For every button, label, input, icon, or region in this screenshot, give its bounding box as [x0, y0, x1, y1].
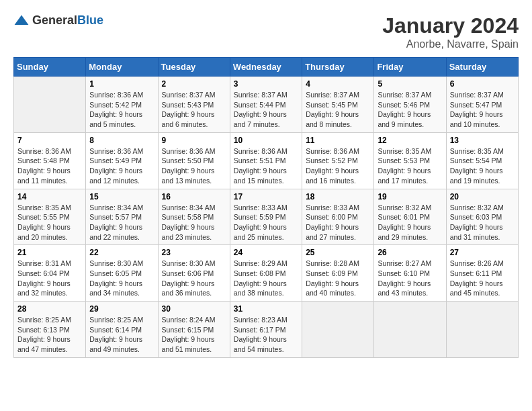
svg-marker-0: [15, 15, 29, 24]
day-info: Sunrise: 8:36 AMSunset: 5:50 PMDaylight:…: [162, 146, 226, 186]
day-number: 15: [89, 192, 154, 201]
calendar-cell: 1Sunrise: 8:36 AMSunset: 5:42 PMDaylight…: [86, 77, 158, 133]
day-info: Sunrise: 8:25 AMSunset: 6:13 PMDaylight:…: [17, 315, 82, 355]
calendar-cell: 7Sunrise: 8:36 AMSunset: 5:48 PMDaylight…: [14, 132, 86, 189]
day-number: 17: [234, 192, 298, 201]
day-number: 18: [306, 192, 370, 201]
day-number: 9: [162, 136, 226, 145]
calendar-cell: 19Sunrise: 8:32 AMSunset: 6:01 PMDayligh…: [374, 189, 446, 245]
calendar-cell: 20Sunrise: 8:32 AMSunset: 6:03 PMDayligh…: [446, 189, 518, 245]
day-header-wednesday: Wednesday: [230, 58, 302, 77]
calendar-cell: 25Sunrise: 8:28 AMSunset: 6:09 PMDayligh…: [302, 245, 374, 302]
day-number: 20: [450, 192, 515, 201]
day-number: 16: [162, 192, 226, 201]
calendar-cell: 24Sunrise: 8:29 AMSunset: 6:08 PMDayligh…: [230, 245, 302, 302]
day-number: 29: [89, 304, 154, 314]
day-info: Sunrise: 8:37 AMSunset: 5:45 PMDaylight:…: [306, 90, 370, 130]
day-info: Sunrise: 8:28 AMSunset: 6:09 PMDaylight:…: [306, 259, 370, 298]
day-info: Sunrise: 8:32 AMSunset: 6:01 PMDaylight:…: [378, 203, 442, 242]
day-info: Sunrise: 8:26 AMSunset: 6:11 PMDaylight:…: [450, 259, 515, 298]
day-number: 2: [162, 79, 226, 89]
day-number: 5: [378, 79, 442, 89]
main-title: January 2024: [382, 13, 519, 38]
calendar-cell: 28Sunrise: 8:25 AMSunset: 6:13 PMDayligh…: [14, 302, 86, 358]
calendar-cell: 30Sunrise: 8:24 AMSunset: 6:15 PMDayligh…: [158, 302, 230, 358]
day-number: 28: [17, 304, 82, 314]
calendar-cell: 13Sunrise: 8:35 AMSunset: 5:54 PMDayligh…: [446, 132, 518, 189]
day-info: Sunrise: 8:34 AMSunset: 5:57 PMDaylight:…: [89, 203, 154, 242]
day-number: 1: [89, 79, 154, 89]
logo: GeneralBlue: [13, 13, 103, 28]
calendar-cell: [374, 302, 446, 358]
day-info: Sunrise: 8:34 AMSunset: 5:58 PMDaylight:…: [162, 203, 226, 242]
day-info: Sunrise: 8:33 AMSunset: 5:59 PMDaylight:…: [234, 203, 298, 242]
calendar-cell: 3Sunrise: 8:37 AMSunset: 5:44 PMDaylight…: [230, 77, 302, 133]
day-number: 19: [378, 192, 442, 201]
header: GeneralBlue January 2024 Anorbe, Navarre…: [13, 13, 519, 50]
day-header-tuesday: Tuesday: [158, 58, 230, 77]
day-info: Sunrise: 8:27 AMSunset: 6:10 PMDaylight:…: [378, 259, 442, 298]
title-area: January 2024 Anorbe, Navarre, Spain: [382, 13, 519, 50]
day-number: 22: [89, 248, 154, 257]
day-number: 31: [234, 304, 298, 314]
calendar-cell: 27Sunrise: 8:26 AMSunset: 6:11 PMDayligh…: [446, 245, 518, 302]
calendar-cell: 31Sunrise: 8:23 AMSunset: 6:17 PMDayligh…: [230, 302, 302, 358]
day-header-saturday: Saturday: [446, 58, 518, 77]
day-number: 14: [17, 192, 82, 201]
calendar-cell: 26Sunrise: 8:27 AMSunset: 6:10 PMDayligh…: [374, 245, 446, 302]
day-info: Sunrise: 8:29 AMSunset: 6:08 PMDaylight:…: [234, 259, 298, 298]
day-info: Sunrise: 8:37 AMSunset: 5:44 PMDaylight:…: [234, 90, 298, 130]
calendar-cell: 4Sunrise: 8:37 AMSunset: 5:45 PMDaylight…: [302, 77, 374, 133]
day-info: Sunrise: 8:36 AMSunset: 5:42 PMDaylight:…: [89, 90, 154, 130]
day-info: Sunrise: 8:30 AMSunset: 6:06 PMDaylight:…: [162, 259, 226, 298]
day-info: Sunrise: 8:36 AMSunset: 5:51 PMDaylight:…: [234, 146, 298, 186]
calendar-cell: 6Sunrise: 8:37 AMSunset: 5:47 PMDaylight…: [446, 77, 518, 133]
day-number: 11: [306, 136, 370, 145]
calendar-cell: 29Sunrise: 8:25 AMSunset: 6:14 PMDayligh…: [86, 302, 158, 358]
day-info: Sunrise: 8:30 AMSunset: 6:05 PMDaylight:…: [89, 259, 154, 298]
day-info: Sunrise: 8:35 AMSunset: 5:54 PMDaylight:…: [450, 146, 515, 186]
day-header-monday: Monday: [86, 58, 158, 77]
calendar-cell: 15Sunrise: 8:34 AMSunset: 5:57 PMDayligh…: [86, 189, 158, 245]
day-info: Sunrise: 8:36 AMSunset: 5:52 PMDaylight:…: [306, 146, 370, 186]
day-number: 24: [234, 248, 298, 257]
day-info: Sunrise: 8:37 AMSunset: 5:47 PMDaylight:…: [450, 90, 515, 130]
day-info: Sunrise: 8:37 AMSunset: 5:46 PMDaylight:…: [378, 90, 442, 130]
day-number: 23: [162, 248, 226, 257]
day-number: 12: [378, 136, 442, 145]
week-row-2: 7Sunrise: 8:36 AMSunset: 5:48 PMDaylight…: [14, 132, 519, 189]
calendar-cell: [14, 77, 86, 133]
day-number: 26: [378, 248, 442, 257]
day-info: Sunrise: 8:35 AMSunset: 5:53 PMDaylight:…: [378, 146, 442, 186]
week-row-3: 14Sunrise: 8:35 AMSunset: 5:55 PMDayligh…: [14, 189, 519, 245]
day-info: Sunrise: 8:25 AMSunset: 6:14 PMDaylight:…: [89, 315, 154, 355]
day-info: Sunrise: 8:37 AMSunset: 5:43 PMDaylight:…: [162, 90, 226, 130]
day-info: Sunrise: 8:24 AMSunset: 6:15 PMDaylight:…: [162, 315, 226, 355]
day-number: 21: [17, 248, 82, 257]
calendar-cell: 21Sunrise: 8:31 AMSunset: 6:04 PMDayligh…: [14, 245, 86, 302]
calendar-cell: [446, 302, 518, 358]
day-info: Sunrise: 8:36 AMSunset: 5:48 PMDaylight:…: [17, 146, 82, 186]
calendar-cell: 17Sunrise: 8:33 AMSunset: 5:59 PMDayligh…: [230, 189, 302, 245]
calendar-cell: 12Sunrise: 8:35 AMSunset: 5:53 PMDayligh…: [374, 132, 446, 189]
day-number: 30: [162, 304, 226, 314]
day-number: 7: [17, 136, 82, 145]
calendar-cell: 5Sunrise: 8:37 AMSunset: 5:46 PMDaylight…: [374, 77, 446, 133]
day-info: Sunrise: 8:33 AMSunset: 6:00 PMDaylight:…: [306, 203, 370, 242]
calendar-table: SundayMondayTuesdayWednesdayThursdayFrid…: [13, 57, 519, 358]
day-header-friday: Friday: [374, 58, 446, 77]
day-number: 27: [450, 248, 515, 257]
day-number: 8: [89, 136, 154, 145]
calendar-cell: 8Sunrise: 8:36 AMSunset: 5:49 PMDaylight…: [86, 132, 158, 189]
day-number: 10: [234, 136, 298, 145]
calendar-cell: 16Sunrise: 8:34 AMSunset: 5:58 PMDayligh…: [158, 189, 230, 245]
day-header-sunday: Sunday: [14, 58, 86, 77]
logo-icon: [13, 14, 30, 28]
day-info: Sunrise: 8:31 AMSunset: 6:04 PMDaylight:…: [17, 259, 82, 298]
calendar-cell: 9Sunrise: 8:36 AMSunset: 5:50 PMDaylight…: [158, 132, 230, 189]
week-row-5: 28Sunrise: 8:25 AMSunset: 6:13 PMDayligh…: [14, 302, 519, 358]
calendar-cell: 14Sunrise: 8:35 AMSunset: 5:55 PMDayligh…: [14, 189, 86, 245]
logo-general: GeneralBlue: [32, 13, 103, 28]
calendar-cell: 10Sunrise: 8:36 AMSunset: 5:51 PMDayligh…: [230, 132, 302, 189]
day-number: 4: [306, 79, 370, 89]
